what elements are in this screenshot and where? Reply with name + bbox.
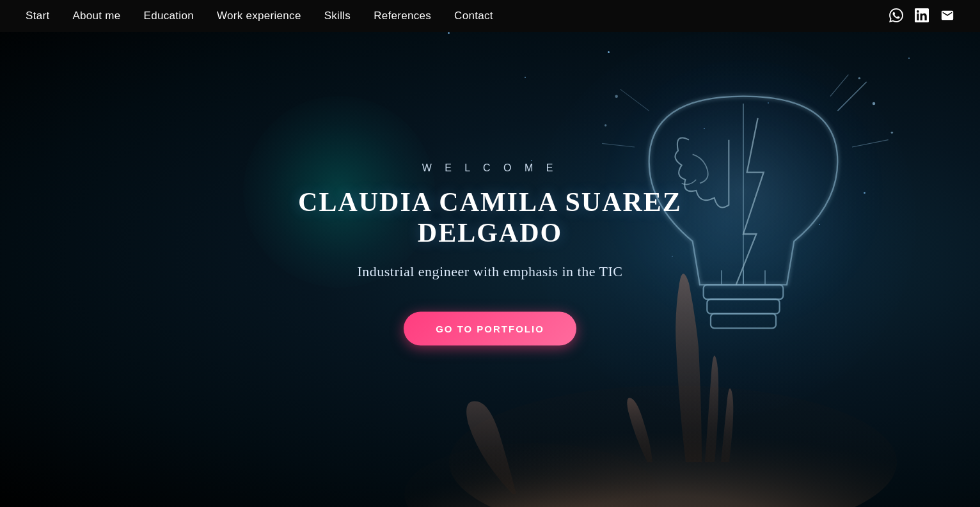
svg-point-17 <box>858 77 860 79</box>
nav-about-me[interactable]: About me <box>72 10 120 22</box>
linkedin-icon[interactable] <box>915 8 929 24</box>
welcome-label: W E L C O M E <box>245 162 735 173</box>
svg-point-16 <box>605 124 606 126</box>
svg-line-10 <box>830 75 848 97</box>
email-icon[interactable] <box>940 8 954 24</box>
nav-start[interactable]: Start <box>26 10 49 22</box>
navbar: Start About me Education Work experience… <box>0 0 980 32</box>
svg-point-15 <box>615 95 618 98</box>
go-to-portfolio-button[interactable]: GO TO PORTFOLIO <box>404 311 576 345</box>
nav-skills[interactable]: Skills <box>324 10 351 22</box>
hero-content: W E L C O M E CLAUDIA CAMILA SUAREZ DELG… <box>245 162 735 345</box>
nav-social-icons <box>889 8 954 24</box>
nav-links: Start About me Education Work experience… <box>26 10 493 22</box>
hero-subtitle: Industrial engineer with emphasis in the… <box>245 263 735 279</box>
whatsapp-icon[interactable] <box>889 8 903 24</box>
nav-work-experience[interactable]: Work experience <box>217 10 301 22</box>
svg-line-8 <box>837 82 866 111</box>
nav-contact[interactable]: Contact <box>454 10 493 22</box>
svg-point-14 <box>891 132 893 134</box>
nav-references[interactable]: References <box>374 10 431 22</box>
svg-point-13 <box>873 102 876 105</box>
nav-education[interactable]: Education <box>144 10 194 22</box>
hero-name: CLAUDIA CAMILA SUAREZ DELGADO <box>245 186 735 247</box>
